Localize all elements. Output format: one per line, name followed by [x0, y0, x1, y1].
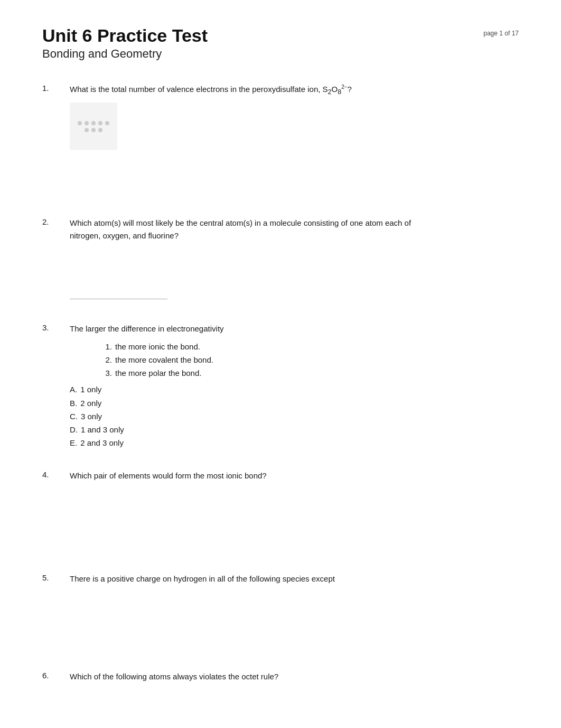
question-3-stem: The larger the difference in electronega… [70, 322, 519, 335]
choice-label-E: E. [70, 437, 77, 449]
question-3-options: 1. the more ionic the bond. 2. the more … [101, 340, 519, 381]
question-6-number: 6. [42, 670, 70, 686]
question-1-content: What is the total number of valence elec… [70, 83, 519, 198]
question-5-number: 5. [42, 573, 70, 651]
question-4-text: Which pair of elements would form the mo… [70, 469, 519, 482]
question-5-answer-space [70, 588, 519, 651]
option-num-2: 2. [101, 354, 112, 366]
choice-C: C. 3 only [70, 410, 519, 422]
question-1-number: 1. [42, 83, 70, 198]
option-text-1: the more ionic the bond. [115, 340, 200, 353]
page-info: page 1 of 17 [483, 30, 519, 37]
questions-section: 1. What is the total number of valence e… [42, 73, 519, 695]
question-5-text: There is a positive charge on hydrogen i… [70, 573, 519, 585]
question-2: 2. Which atom(s) will most likely be the… [42, 207, 519, 313]
question-2-answer-space [70, 245, 519, 292]
question-3: 3. The larger the difference in electron… [42, 313, 519, 459]
dot [78, 121, 82, 125]
dot [91, 128, 96, 132]
dot [85, 121, 89, 125]
question-3-choices: A. 1 only B. 2 only C. 3 only D. 1 and 3… [70, 383, 519, 450]
question-6: 6. Which of the following atoms always v… [42, 661, 519, 695]
question-1-image [70, 103, 117, 150]
question-2-content: Which atom(s) will most likely be the ce… [70, 217, 519, 303]
choice-label-B: B. [70, 397, 77, 409]
question-6-text: Which of the following atoms always viol… [70, 670, 519, 683]
question-1: 1. What is the total number of valence e… [42, 73, 519, 207]
question-6-content: Which of the following atoms always viol… [70, 670, 519, 686]
question-4-content: Which pair of elements would form the mo… [70, 469, 519, 554]
option-text-3: the more polar the bond. [115, 367, 201, 379]
title-block: Unit 6 Practice Test Bonding and Geometr… [42, 25, 208, 61]
divider-line-2 [70, 299, 167, 300]
dot [85, 128, 89, 132]
option-num-3: 3. [101, 367, 112, 379]
choice-text-D: 1 and 3 only [81, 423, 124, 436]
question-4: 4. Which pair of elements would form the… [42, 460, 519, 563]
question-2-text: Which atom(s) will most likely be the ce… [70, 217, 519, 242]
question-2-number: 2. [42, 217, 70, 303]
question-5: 5. There is a positive charge on hydroge… [42, 563, 519, 661]
choice-label-D: D. [70, 423, 78, 436]
dot [98, 128, 102, 132]
choice-label-C: C. [70, 410, 78, 422]
dot [98, 121, 102, 125]
question-1-text: What is the total number of valence elec… [70, 83, 519, 97]
choice-A: A. 1 only [70, 383, 519, 395]
choice-text-A: 1 only [80, 383, 101, 395]
option-text-2: the more covalent the bond. [115, 354, 213, 366]
question-5-content: There is a positive charge on hydrogen i… [70, 573, 519, 651]
option-3-1: 1. the more ionic the bond. [101, 340, 519, 353]
choice-text-B: 2 only [80, 397, 101, 409]
question-3-number: 3. [42, 322, 70, 450]
question-3-content: The larger the difference in electronega… [70, 322, 519, 450]
question-1-answer-space [70, 150, 519, 198]
question-4-number: 4. [42, 469, 70, 554]
subtitle: Bonding and Geometry [42, 47, 208, 61]
option-3-3: 3. the more polar the bond. [101, 367, 519, 379]
choice-text-C: 3 only [81, 410, 102, 422]
choice-B: B. 2 only [70, 397, 519, 409]
dot [105, 121, 109, 125]
choice-E: E. 2 and 3 only [70, 437, 519, 449]
dot [91, 121, 96, 125]
main-title: Unit 6 Practice Test [42, 25, 208, 46]
choice-label-A: A. [70, 383, 77, 395]
option-num-1: 1. [101, 340, 112, 353]
page-header: Unit 6 Practice Test Bonding and Geometr… [42, 25, 519, 61]
option-3-2: 2. the more covalent the bond. [101, 354, 519, 366]
choice-text-E: 2 and 3 only [80, 437, 124, 449]
choice-D: D. 1 and 3 only [70, 423, 519, 436]
question-4-answer-space [70, 485, 519, 554]
